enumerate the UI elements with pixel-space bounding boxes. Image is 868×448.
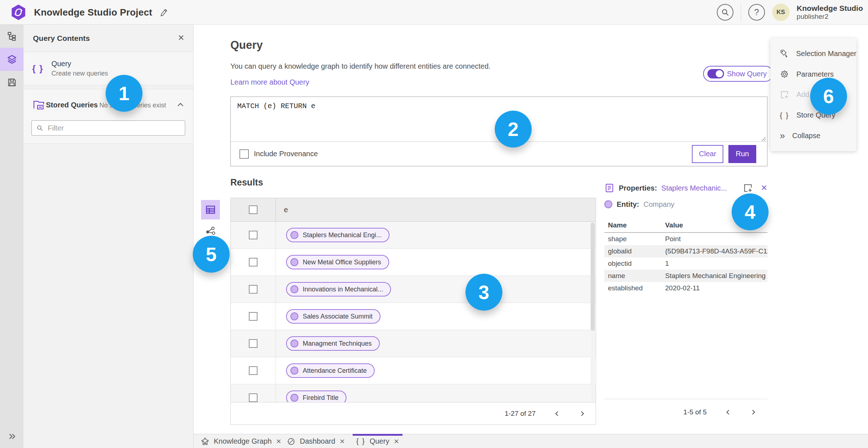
stored-queries-folder-icon <box>32 99 46 111</box>
add-label: Add <box>796 90 809 99</box>
rail-item-save[interactable] <box>0 71 24 94</box>
properties-previous-button[interactable] <box>723 407 733 418</box>
table-view-icon <box>205 204 216 215</box>
results-scrollbar[interactable] <box>591 222 595 401</box>
entity-dot-icon <box>290 367 298 375</box>
resize-grip-icon[interactable] <box>761 137 766 141</box>
help-button[interactable]: ? <box>748 4 765 21</box>
tab-dashboard[interactable]: Dashboard ✕ <box>287 434 345 448</box>
annotation-badge-1: 1 <box>106 75 142 112</box>
rail-item-datamodel[interactable] <box>0 25 24 48</box>
tab-query[interactable]: { } Query ✕ <box>356 434 399 448</box>
close-properties-icon[interactable]: ✕ <box>761 183 767 193</box>
next-page-button[interactable] <box>577 408 588 419</box>
page-title: Query <box>230 39 263 52</box>
entity-dot-icon <box>290 285 298 293</box>
prop-col-name-header: Name <box>604 221 665 229</box>
tab-knowledge-graph[interactable]: Knowledge Graph ✕ <box>201 434 281 448</box>
collapse-item[interactable]: » Collapse <box>770 127 856 145</box>
properties-next-button[interactable] <box>748 407 759 418</box>
annotation-badge-2: 2 <box>495 111 532 148</box>
entity-dot-icon <box>290 312 298 320</box>
search-button[interactable] <box>717 4 733 21</box>
properties-entity-link[interactable]: Staplers Mechanic... <box>661 184 727 192</box>
table-view-button[interactable] <box>201 200 220 219</box>
entity-type-dot-icon <box>604 200 612 208</box>
property-row: shape Point <box>604 233 767 245</box>
selection-manager-item[interactable]: Selection Manager <box>770 44 856 63</box>
entity-chip-label: New Metal Office Suppliers <box>303 259 381 266</box>
layers-icon <box>7 54 17 64</box>
entity-chip[interactable]: Attendance Certificate <box>286 363 375 378</box>
close-tab-icon[interactable]: ✕ <box>276 438 281 445</box>
editor-footer: Include Provenance Clear Run <box>231 141 767 166</box>
add-to-map-icon <box>743 183 753 193</box>
close-tab-icon[interactable]: ✕ <box>393 438 399 445</box>
entity-type: Company <box>643 200 675 209</box>
property-name: shape <box>604 235 665 243</box>
save-icon <box>7 77 17 88</box>
close-panel-icon[interactable]: ✕ <box>178 33 184 43</box>
add-icon <box>780 90 789 99</box>
selection-manager-label: Selection Manager <box>796 50 856 58</box>
entity-chip[interactable]: Sales Associate Summit <box>286 309 380 324</box>
collapse-label: Collapse <box>792 132 820 140</box>
project-title: Knowledge Studio Project <box>34 7 152 18</box>
row-checkbox[interactable] <box>249 393 258 402</box>
entity-chip-label: Attendance Certificate <box>303 367 367 375</box>
row-checkbox[interactable] <box>249 312 258 321</box>
table-row: Staplers Mechanical Engi... <box>231 222 596 249</box>
entity-chip[interactable]: Firebird Title <box>286 391 346 402</box>
entity-chip-label: Staplers Mechanical Engi... <box>303 231 382 239</box>
expand-rail-button[interactable] <box>0 428 24 444</box>
user-role: publisher2 <box>797 13 863 21</box>
run-button[interactable]: Run <box>728 145 756 163</box>
rail-item-contents[interactable] <box>0 48 24 71</box>
annotation-badge-4: 4 <box>732 193 769 230</box>
brand: Knowledge Studio Project <box>10 0 169 25</box>
entity-chip-label: Sales Associate Summit <box>303 313 373 320</box>
entity-chip[interactable]: New Metal Office Suppliers <box>286 255 389 269</box>
query-braces-icon: { } <box>356 437 365 445</box>
row-checkbox[interactable] <box>249 366 258 375</box>
edit-title-icon[interactable] <box>159 8 169 17</box>
property-name: objectid <box>604 260 665 268</box>
row-checkbox[interactable] <box>249 285 258 294</box>
store-query-item[interactable]: { } Store Query <box>770 106 856 125</box>
select-all-checkbox[interactable] <box>249 205 258 214</box>
property-name: name <box>604 272 665 280</box>
entity-label: Entity: <box>617 200 639 209</box>
collapse-section-icon[interactable] <box>177 102 184 107</box>
results-table-header: e <box>231 198 596 222</box>
previous-page-button[interactable] <box>552 408 562 419</box>
close-tab-icon[interactable]: ✕ <box>340 438 345 445</box>
row-checkbox[interactable] <box>249 231 258 239</box>
chevron-right-icon <box>579 410 586 417</box>
row-checkbox[interactable] <box>249 258 258 266</box>
add-to-map-button[interactable] <box>743 183 753 193</box>
filter-search-icon <box>36 124 43 132</box>
toggle-switch-icon <box>707 69 724 78</box>
user-block[interactable]: Knowledge Studio publisher2 <box>797 4 863 21</box>
entity-chip[interactable]: Managment Techniques <box>286 336 380 351</box>
property-name: globalid <box>604 247 665 255</box>
properties-header: Properties: Staplers Mechanic... ✕ <box>604 181 767 195</box>
sidebar-item-query[interactable]: { } Query Create new queries <box>24 52 193 85</box>
avatar[interactable]: KS <box>772 4 790 21</box>
filter-input[interactable] <box>48 124 180 132</box>
learn-more-link[interactable]: Learn more about Query <box>230 78 309 86</box>
entity-chip[interactable]: Innovations in Mechanical... <box>286 282 391 296</box>
parameters-item[interactable]: Parameters <box>770 65 856 84</box>
tab-label: Query <box>370 437 389 445</box>
query-item-label: Query <box>51 60 108 68</box>
help-icon: ? <box>754 7 759 17</box>
show-query-toggle[interactable]: Show Query <box>703 66 773 82</box>
row-checkbox[interactable] <box>249 339 258 348</box>
properties-table: Name Value shape Point globalid {5D9B471… <box>604 218 767 294</box>
entity-chip-label: Innovations in Mechanical... <box>303 286 383 293</box>
header-divider <box>741 3 741 21</box>
include-provenance-checkbox[interactable] <box>239 149 249 159</box>
clear-button[interactable]: Clear <box>692 145 724 163</box>
query-item-sublabel: Create new queries <box>51 70 108 77</box>
entity-chip[interactable]: Staplers Mechanical Engi... <box>286 228 390 242</box>
